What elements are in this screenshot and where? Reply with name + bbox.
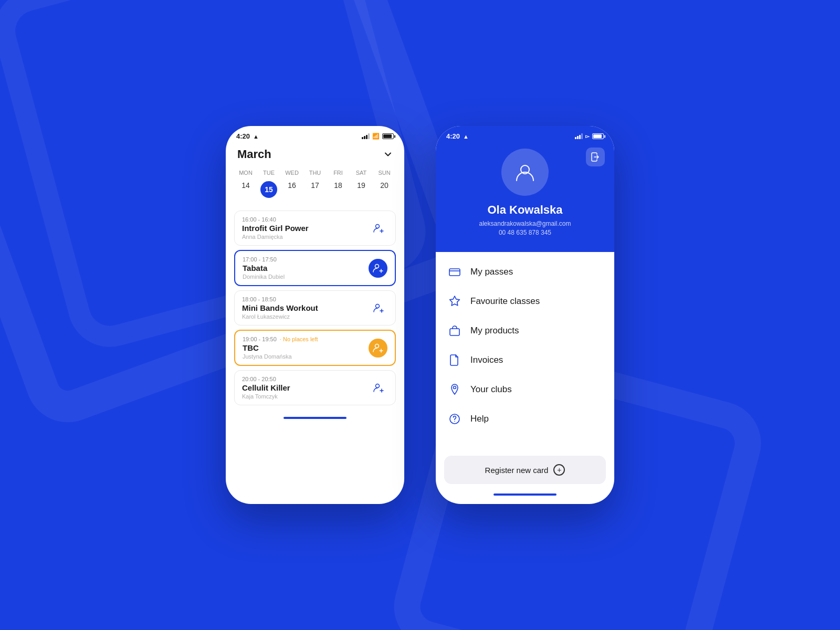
week-days: MON TUE WED THU FRI SAT SUN 14 15 16 17 … xyxy=(226,167,404,201)
person-icon-4 xyxy=(372,342,384,354)
add-btn-1[interactable] xyxy=(369,219,388,238)
menu-label-passes: My passes xyxy=(470,267,513,277)
home-indicator-left xyxy=(284,417,346,419)
schedule-time-3: 18:00 - 18:50 xyxy=(242,296,369,302)
register-card-button[interactable]: Register new card + xyxy=(444,456,606,484)
schedule-name-3: Mini Bands Workout xyxy=(242,303,369,312)
day-header-fri: FRI xyxy=(327,167,350,178)
user-icon xyxy=(513,161,537,184)
no-places-badge: · No places left xyxy=(280,336,318,342)
logout-icon xyxy=(590,152,601,162)
add-btn-3[interactable] xyxy=(369,299,388,318)
day-header-mon: MON xyxy=(234,167,257,178)
chevron-down-icon[interactable] xyxy=(383,150,393,159)
phone-calendar: 4:20 ▲ 📶 March xyxy=(226,126,404,504)
day-header-thu: THU xyxy=(303,167,327,178)
person-plus-icon-3 xyxy=(373,302,384,314)
schedule-item-4[interactable]: 19:00 - 19:50 · No places left TBC Justy… xyxy=(234,330,396,366)
svg-point-8 xyxy=(454,386,456,389)
schedule-instructor-3: Karol Łukaszewicz xyxy=(242,313,369,320)
star-icon xyxy=(447,294,462,309)
schedule-time-1: 16:00 - 16:40 xyxy=(242,216,369,223)
svg-point-1 xyxy=(375,264,379,268)
profile-name: Ola Kowalska xyxy=(447,203,603,217)
wifi-icon-right: ▻ xyxy=(585,133,590,139)
add-btn-2[interactable] xyxy=(369,259,387,278)
file-icon xyxy=(447,353,462,368)
signal-bars-right xyxy=(575,133,583,139)
svg-point-10 xyxy=(454,421,455,422)
schedule-instructor-5: Kaja Tomczyk xyxy=(242,393,369,400)
day-header-sat: SAT xyxy=(350,167,373,178)
menu-item-favourite[interactable]: Favourite classes xyxy=(436,287,614,316)
schedule-item-3[interactable]: 18:00 - 18:50 Mini Bands Workout Karol Ł… xyxy=(234,290,396,326)
svg-point-4 xyxy=(376,384,380,387)
day-16[interactable]: 16 xyxy=(280,178,303,201)
register-card-label: Register new card xyxy=(485,466,549,475)
schedule-item-2[interactable]: 17:00 - 17:50 Tabata Dominika Dubiel xyxy=(234,250,396,286)
day-header-tue: TUE xyxy=(257,167,280,178)
day-17[interactable]: 17 xyxy=(303,178,327,201)
schedule-time-4: 19:00 - 19:50 · No places left xyxy=(243,336,369,342)
phones-container: 4:20 ▲ 📶 March xyxy=(226,126,614,504)
person-plus-icon-2 xyxy=(372,262,384,274)
status-bar-left: 4:20 ▲ 📶 xyxy=(226,126,404,143)
day-19[interactable]: 19 xyxy=(350,178,373,201)
schedule-name-1: Introfit Girl Power xyxy=(242,224,369,233)
person-plus-icon-1 xyxy=(373,223,384,234)
menu-item-passes[interactable]: My passes xyxy=(436,257,614,287)
battery-left xyxy=(382,133,394,139)
schedule-item-1[interactable]: 16:00 - 16:40 Introfit Girl Power Anna D… xyxy=(234,211,396,246)
logout-button[interactable] xyxy=(586,148,605,166)
menu-list: My passes Favourite classes xyxy=(436,252,614,452)
menu-item-invoices[interactable]: Invoices xyxy=(436,345,614,375)
arrow-icon-right: ▲ xyxy=(463,133,469,140)
help-icon xyxy=(447,412,462,426)
schedule-list: 16:00 - 16:40 Introfit Girl Power Anna D… xyxy=(226,205,404,411)
time-left: 4:20 xyxy=(236,132,250,140)
menu-item-help[interactable]: Help xyxy=(436,404,614,434)
time-right: 4:20 xyxy=(446,132,460,140)
schedule-instructor-2: Dominika Dubiel xyxy=(243,274,369,280)
battery-right xyxy=(592,133,604,139)
add-btn-5[interactable] xyxy=(369,379,388,397)
calendar-header: March xyxy=(226,143,404,167)
day-18[interactable]: 18 xyxy=(327,178,350,201)
avatar xyxy=(501,149,549,196)
profile-email: aleksandrakowalska@gmail.com xyxy=(447,220,603,227)
schedule-time-2: 17:00 - 17:50 xyxy=(243,256,369,262)
svg-point-0 xyxy=(376,224,380,228)
wifi-icon-left: 📶 xyxy=(372,133,380,140)
location-icon xyxy=(447,382,462,397)
person-plus-icon-5 xyxy=(373,382,384,394)
profile-phone: 00 48 635 878 345 xyxy=(447,229,603,236)
day-14[interactable]: 14 xyxy=(234,178,257,201)
day-header-sun: SUN xyxy=(373,167,396,178)
svg-rect-6 xyxy=(449,269,460,276)
schedule-name-4: TBC xyxy=(243,343,369,352)
phone-profile: 4:20 ▲ ▻ xyxy=(436,126,614,504)
menu-label-invoices: Invoices xyxy=(470,355,503,365)
add-btn-4[interactable] xyxy=(369,339,387,358)
menu-item-clubs[interactable]: Your clubs xyxy=(436,375,614,404)
signal-bars-left xyxy=(362,133,370,139)
schedule-item-5[interactable]: 20:00 - 20:50 Cellulit Killer Kaja Tomcz… xyxy=(234,370,396,405)
schedule-instructor-4: Justyna Domańska xyxy=(243,353,369,360)
svg-point-3 xyxy=(375,344,379,348)
schedule-name-5: Cellulit Killer xyxy=(242,383,369,392)
home-indicator-right xyxy=(494,494,556,496)
schedule-instructor-1: Anna Damięcka xyxy=(242,234,369,240)
profile-header: Ola Kowalska aleksandrakowalska@gmail.co… xyxy=(436,143,614,252)
menu-label-favourite: Favourite classes xyxy=(470,296,540,307)
card-icon xyxy=(447,265,462,279)
menu-item-products[interactable]: My products xyxy=(436,316,614,345)
calendar-month: March xyxy=(237,148,271,161)
status-bar-right: 4:20 ▲ ▻ xyxy=(436,126,614,143)
day-header-wed: WED xyxy=(280,167,303,178)
menu-label-help: Help xyxy=(470,414,489,424)
svg-rect-7 xyxy=(450,329,459,335)
plus-circle-icon: + xyxy=(553,464,565,476)
day-15[interactable]: 15 xyxy=(257,178,280,201)
day-20[interactable]: 20 xyxy=(373,178,396,201)
schedule-name-2: Tabata xyxy=(243,264,369,272)
